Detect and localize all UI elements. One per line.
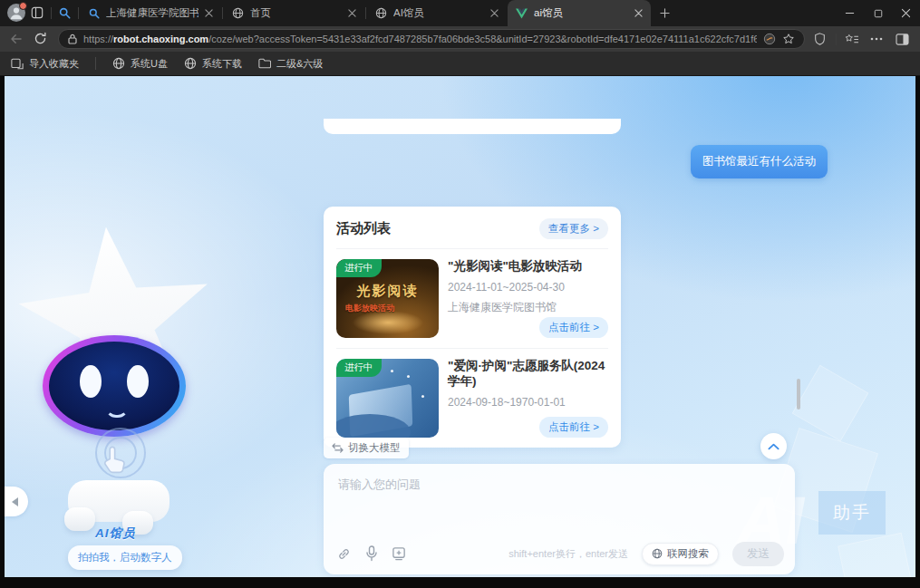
- tab-label: ai馆员: [534, 6, 628, 20]
- url-text: https://robot.chaoxing.com/coze/web?acce…: [83, 34, 757, 44]
- go-to-activity-button[interactable]: 点击前往 >: [539, 317, 608, 338]
- activity-date: 2024-09-18~1970-01-01: [448, 396, 608, 409]
- question-input[interactable]: [336, 475, 766, 535]
- tab-library-search[interactable]: 上海健康医学院图书馆官网 - 搜索: [81, 0, 221, 26]
- send-button[interactable]: 发送: [732, 542, 784, 566]
- back-arrow-icon: [9, 32, 24, 46]
- favorite-star-icon[interactable]: [782, 33, 795, 45]
- bookmark-label: 系统U盘: [131, 57, 168, 71]
- profile-avatar[interactable]: [7, 4, 25, 22]
- activity-thumbnail[interactable]: 进行中 光影阅读 电影放映活动: [336, 259, 439, 338]
- tab-label: AI馆员: [393, 6, 484, 20]
- mascot-eye: [80, 365, 102, 398]
- import-icon: [11, 58, 24, 70]
- divider: [836, 34, 837, 45]
- thumbnail-art: [421, 395, 424, 398]
- digital-human-mascot[interactable]: AI馆员 拍拍我，启动数字人: [12, 219, 229, 545]
- activity-list-card: 活动列表 查看更多 > 进行中 光影阅读 电影放映活动 "光影阅读"电影放映活动…: [324, 207, 621, 448]
- minimize-button[interactable]: [836, 0, 864, 26]
- assistant-watermark-chip: 助手: [818, 491, 886, 535]
- activity-date: 2024-11-01~2025-04-30: [448, 281, 608, 294]
- globe-icon: [112, 57, 125, 70]
- bookmark-label: 系统下载: [202, 57, 242, 71]
- mascot-foot: [64, 507, 95, 531]
- collections-icon[interactable]: [845, 34, 859, 45]
- address-bar[interactable]: https://robot.chaoxing.com/coze/web?acce…: [58, 29, 805, 49]
- lock-icon: [68, 34, 77, 44]
- bookmarks-bar: 导入收藏夹 系统U盘 系统下载 二级&六级: [0, 52, 920, 76]
- status-badge: 进行中: [336, 259, 382, 277]
- bookmark-label: 二级&六级: [276, 57, 323, 71]
- add-image-icon[interactable]: [392, 546, 407, 561]
- tab-ai-librarian-active[interactable]: ai馆员: [508, 0, 651, 26]
- scrollbar-thumb[interactable]: [797, 379, 800, 410]
- bookmark-import-favorites[interactable]: 导入收藏夹: [11, 57, 79, 71]
- divider: [365, 7, 366, 19]
- mascot-name-label: AI馆员: [95, 525, 136, 542]
- attach-link-icon[interactable]: [336, 546, 352, 562]
- tab-label: 上海健康医学院图书馆官网 - 搜索: [106, 6, 199, 20]
- browser-tab-bar: 上海健康医学院图书馆官网 - 搜索 首页 AI馆员 ai馆员: [0, 0, 920, 26]
- thumbnail-glow: [353, 311, 423, 334]
- divider: [95, 57, 96, 70]
- close-window-button[interactable]: [892, 0, 920, 26]
- activity-card-title: 活动列表: [336, 220, 391, 237]
- maximize-button[interactable]: [864, 0, 892, 26]
- refresh-button[interactable]: [34, 32, 47, 45]
- sidebar-toggle-icon[interactable]: [896, 34, 909, 45]
- bookmark-system-usb[interactable]: 系统U盘: [112, 57, 168, 71]
- swap-icon: [332, 443, 344, 453]
- bookmark-cet-folder[interactable]: 二级&六级: [258, 57, 323, 71]
- background-decoration: [838, 533, 915, 577]
- chat-input-panel: shift+enter换行，enter发送 联网搜索 发送: [324, 464, 795, 574]
- user-message-text: 图书馆最近有什么活动: [702, 154, 816, 169]
- globe-icon: [232, 7, 244, 19]
- search-icon: [59, 7, 71, 19]
- microphone-icon[interactable]: [365, 545, 378, 562]
- bookmark-label: 导入收藏夹: [29, 57, 79, 71]
- switch-model-label: 切换大模型: [348, 441, 401, 455]
- status-badge: 进行中: [336, 359, 382, 377]
- activity-thumbnail[interactable]: 进行中: [336, 359, 439, 438]
- workspaces-icon[interactable]: [31, 6, 44, 19]
- view-more-button[interactable]: 查看更多 >: [539, 218, 608, 239]
- activity-title: "爱阅·护阅"志愿服务队(2024学年): [448, 359, 608, 390]
- tab-close-icon[interactable]: [634, 9, 643, 17]
- tab-ai-librarian[interactable]: AI馆员: [367, 0, 507, 26]
- browser-essentials-icon[interactable]: [814, 33, 826, 45]
- tab-label: 首页: [250, 6, 342, 20]
- chevron-up-icon: [768, 443, 780, 450]
- web-search-label: 联网搜索: [667, 547, 709, 561]
- refresh-icon: [34, 32, 47, 45]
- globe-icon: [375, 7, 387, 19]
- folder-icon: [258, 58, 271, 69]
- site-extension-icon[interactable]: [763, 33, 776, 45]
- new-tab-button[interactable]: [660, 8, 670, 18]
- tab-home[interactable]: 首页: [224, 0, 364, 26]
- back-button[interactable]: [9, 32, 24, 46]
- user-message-bubble: 图书馆最近有什么活动: [691, 145, 828, 178]
- scroll-up-button[interactable]: [760, 433, 787, 459]
- plus-icon: [660, 8, 670, 18]
- pinned-search-tab[interactable]: [59, 7, 71, 19]
- activity-item: 进行中 光影阅读 电影放映活动 "光影阅读"电影放映活动 2024-11-01~…: [324, 249, 621, 348]
- activity-title: "光影阅读"电影放映活动: [448, 259, 608, 275]
- web-search-toggle[interactable]: 联网搜索: [642, 543, 719, 565]
- thumbnail-art: [407, 375, 410, 378]
- divider: [78, 7, 79, 19]
- vue-logo-icon: [516, 8, 528, 19]
- search-icon: [89, 8, 100, 19]
- mascot-smile: [105, 405, 129, 418]
- thumbnail-art: [391, 370, 393, 372]
- settings-menu-icon[interactable]: [870, 37, 883, 41]
- mascot-face: [43, 335, 186, 437]
- triangle-left-icon: [12, 497, 18, 506]
- go-to-activity-button[interactable]: 点击前往 >: [539, 417, 608, 438]
- divider: [222, 7, 223, 19]
- bookmark-system-download[interactable]: 系统下载: [184, 57, 242, 71]
- switch-model-button[interactable]: 切换大模型: [324, 438, 409, 458]
- ai-librarian-page: 助手 AI 图书馆最近有什么活动 活动列表 查看更多 > 进行中 光影阅读 电影…: [5, 76, 915, 577]
- tab-close-icon[interactable]: [490, 9, 499, 17]
- tab-close-icon[interactable]: [348, 9, 356, 17]
- tab-close-icon[interactable]: [205, 9, 213, 17]
